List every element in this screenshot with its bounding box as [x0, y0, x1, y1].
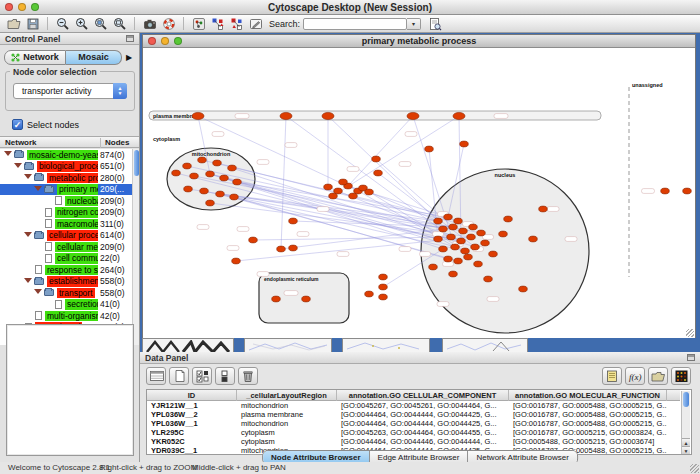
help-icon[interactable] [160, 16, 177, 32]
tree-row-cellular-process[interactable]: cellular process614(0) [0, 230, 132, 242]
background-window[interactable] [442, 338, 528, 352]
disclosure-triangle-icon[interactable] [24, 278, 32, 283]
network-node[interactable] [249, 237, 258, 243]
annotation-icon[interactable] [247, 16, 264, 32]
float-panel-icon[interactable] [126, 35, 134, 42]
network-node[interactable] [324, 184, 333, 190]
search-dropdown-button[interactable]: ▾ [407, 18, 421, 30]
network-node[interactable] [277, 246, 286, 252]
tab-network[interactable]: Network [4, 50, 66, 65]
formula-icon[interactable]: f(x) [625, 367, 645, 385]
node-color-dropdown[interactable]: transporter activity ▲▼ [13, 83, 127, 99]
network-node[interactable] [471, 244, 480, 250]
network-node[interactable] [192, 112, 204, 119]
tree-row-biological-process[interactable]: biological_process651(0) [0, 161, 132, 173]
snapshot-icon[interactable] [141, 16, 158, 32]
network-node[interactable] [447, 234, 456, 240]
network-node[interactable] [434, 236, 443, 242]
tree-row-cell-communicat[interactable]: cell communicat22(0) [0, 253, 132, 265]
zoom-out-icon[interactable] [54, 16, 71, 32]
table-row[interactable]: YJR121W__1mitochondrion[GO:0045267, GO:0… [147, 401, 680, 410]
tree-row-primary-metabo[interactable]: primary metabo209(... [0, 184, 132, 196]
network-node[interactable] [474, 261, 483, 267]
network-node[interactable] [425, 146, 434, 152]
network-node[interactable] [198, 157, 207, 163]
search-options-icon[interactable] [426, 16, 443, 32]
more-tabs-arrow-icon[interactable]: ▶ [126, 53, 132, 62]
background-window[interactable] [244, 338, 332, 352]
network-node[interactable] [200, 188, 209, 194]
tree-row-mosaic-demo-yeast[interactable]: mosaic-demo-yeast874(0) [0, 149, 132, 161]
network-node[interactable] [481, 240, 490, 246]
background-window[interactable] [342, 338, 430, 352]
network-node[interactable] [190, 173, 199, 179]
network-node[interactable] [461, 248, 470, 254]
network-node[interactable] [661, 188, 670, 194]
network-node[interactable] [372, 156, 381, 162]
network-node[interactable] [184, 186, 193, 192]
network-node[interactable] [469, 224, 478, 230]
tree-row-response-to-stimul[interactable]: response to stimul264(0) [0, 264, 132, 276]
attribute-unselect-icon[interactable] [215, 367, 235, 385]
network-node[interactable] [374, 170, 383, 176]
table-row[interactable]: YPL036W__1mitochondrion[GO:0044464, GO:0… [147, 419, 680, 428]
network-node[interactable] [683, 188, 692, 194]
network-node[interactable] [183, 163, 192, 169]
zoom-in-icon[interactable] [73, 16, 90, 32]
disclosure-triangle-icon[interactable] [24, 174, 32, 179]
table-scrollbar[interactable]: ▲ ▼ [681, 391, 690, 454]
tree-row-nucleobase-[interactable]: nucleobase-209(0) [0, 195, 132, 207]
attribute-checklist-icon[interactable] [192, 367, 212, 385]
network-node[interactable] [484, 276, 493, 282]
network-node[interactable] [451, 244, 460, 250]
canvas-resize-grip[interactable] [686, 329, 694, 337]
network-node[interactable] [230, 194, 239, 200]
network-node[interactable] [206, 171, 215, 177]
tree-row-cellular-metabo[interactable]: cellular metabo209(0) [0, 241, 132, 253]
network-node[interactable] [499, 231, 508, 237]
network-node[interactable] [489, 251, 498, 257]
tree-row-multi-organism-pro[interactable]: multi-organism pro42(0) [0, 310, 132, 322]
network-node[interactable] [349, 193, 358, 199]
column-header[interactable]: _cellularLayoutRegion [237, 390, 337, 401]
network-node[interactable] [322, 112, 334, 119]
notes-icon[interactable] [602, 367, 622, 385]
tree-row-transport[interactable]: transport558(0) [0, 287, 132, 299]
network-node[interactable] [449, 224, 458, 230]
network-node[interactable] [444, 256, 453, 262]
attribute-select-icon[interactable] [146, 367, 166, 385]
tree-row-macromolecule[interactable]: macromolecule311(0) [0, 218, 132, 230]
disclosure-triangle-icon[interactable] [34, 289, 42, 294]
network-node[interactable] [477, 230, 486, 236]
network-node[interactable] [289, 245, 298, 251]
delete-attribute-icon[interactable] [238, 367, 258, 385]
search-input[interactable] [303, 18, 407, 30]
scroll-down-icon[interactable]: ▼ [682, 446, 690, 454]
zoom-selected-icon[interactable] [92, 16, 109, 32]
network-node[interactable] [213, 160, 222, 166]
tree-row-secretion[interactable]: secretion41(0) [0, 299, 132, 311]
network-node[interactable] [504, 216, 513, 222]
import-attributes-icon[interactable] [648, 367, 668, 385]
scroll-up-icon[interactable]: ▲ [682, 438, 690, 446]
network-window-titlebar[interactable]: primary metabolic process [143, 35, 695, 48]
table-row[interactable]: YKR052Ccytoplasm[GO:0044464, GO:0044446,… [147, 437, 680, 446]
network-node[interactable] [460, 141, 469, 147]
network-node[interactable] [444, 214, 453, 220]
network-node[interactable] [365, 291, 374, 297]
network-node[interactable] [280, 112, 292, 119]
column-header[interactable]: ID [147, 390, 237, 401]
network-node[interactable] [329, 193, 338, 199]
network-node[interactable] [529, 236, 538, 242]
tree-row-establishment-of-lo[interactable]: establishment of lo558(0) [0, 276, 132, 288]
network-node[interactable] [457, 238, 466, 244]
network-node[interactable] [434, 218, 443, 224]
network-node[interactable] [379, 274, 388, 280]
network-node[interactable] [379, 294, 388, 300]
disclosure-triangle-icon[interactable] [4, 151, 12, 156]
network-edge[interactable] [281, 116, 286, 249]
network-node[interactable] [339, 179, 348, 185]
background-window[interactable] [142, 338, 234, 352]
network-node[interactable] [365, 189, 374, 195]
network-node[interactable] [449, 271, 458, 277]
